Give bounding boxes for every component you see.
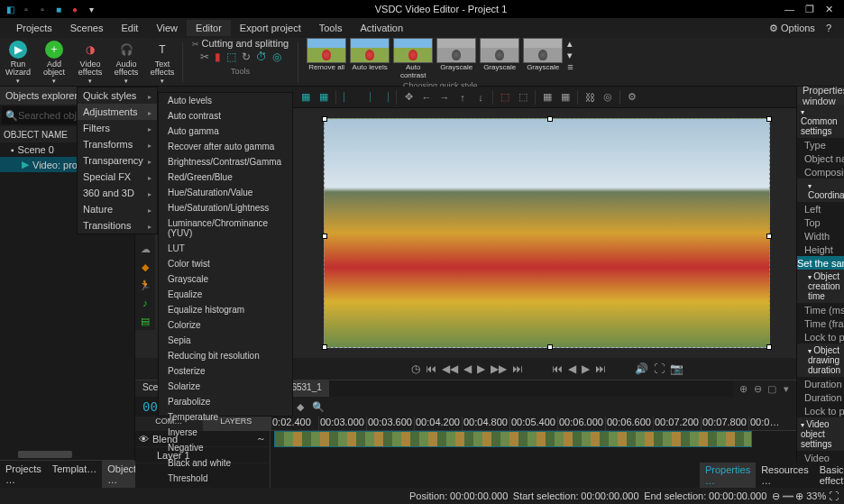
menu-export[interactable]: Export project [231,20,310,36]
tl-dup-icon[interactable]: ▢ [766,383,778,395]
video-clip[interactable] [274,431,752,447]
sm2-item[interactable]: LUT [159,241,292,256]
sm2-item[interactable]: Luminance/Chrominance (YUV) [159,215,292,241]
tb-grid-icon[interactable]: ▦ [539,89,555,105]
sm2-item[interactable]: Recover after auto gamma [159,139,292,154]
pb-skip-f-icon[interactable]: ⏭ [595,362,606,375]
sm2-item[interactable]: Solarize [159,379,292,394]
tb-arrow-r-icon[interactable]: → [436,89,453,105]
qs-auto-levels[interactable]: Auto levels [349,38,390,79]
sm2-item[interactable]: Reducing bit resolution [159,348,292,363]
tb-crop2-icon[interactable]: ⬚ [515,89,531,105]
sm2-item[interactable]: Threshold [159,471,292,486]
zoom-out-icon[interactable]: ⊖ [772,490,780,502]
sec-common[interactable]: Common settings [797,105,844,138]
options-button[interactable]: ⚙ Options [764,20,821,37]
fit-icon[interactable]: ⛶ [829,490,839,501]
sm-adjustments[interactable]: Adjustments [78,104,157,120]
tl-add-icon[interactable]: ⊕ [737,383,749,395]
qs-auto-contrast[interactable]: Auto contrast [392,38,434,79]
sec-coords[interactable]: Coordinates [797,179,844,202]
pb-back-icon[interactable]: ◀ [463,362,472,375]
tb-layer-icon[interactable]: ▦ [298,89,314,105]
vt-cloud-icon[interactable]: ☁ [138,243,152,258]
pb-prev-icon[interactable]: ◀◀ [442,362,458,375]
sm-transitions[interactable]: Transitions [78,217,157,234]
qs-grayscale-3[interactable]: Grayscale [522,38,564,79]
menu-projects[interactable]: Projects [7,20,61,36]
pb-play-icon[interactable]: ▶ [477,362,485,375]
sm2-item[interactable]: Color twist [159,256,292,271]
menu-editor[interactable]: Editor [187,20,231,36]
sm-360-3d[interactable]: 360 and 3D [78,185,157,201]
vt-audio-icon[interactable]: ♪ [138,298,152,312]
minimize-button[interactable]: — [784,4,794,15]
tb-target-icon[interactable]: ◎ [600,89,616,105]
sm2-item[interactable]: Auto gamma [159,124,292,139]
qs-grayscale-1[interactable]: Grayscale [436,38,477,79]
pb-next2-icon[interactable]: ▶ [582,362,590,375]
tb-gear-icon[interactable]: ⚙ [624,89,640,105]
sm2-item[interactable]: Temperature [159,409,292,425]
sm2-item[interactable]: Grayscale [159,271,292,287]
tool-rotate-icon[interactable]: ↻ [242,50,251,63]
tb-align-c-icon[interactable]: ⎹ [358,89,374,105]
menu-tools[interactable]: Tools [310,20,352,36]
sm2-item[interactable]: Black and white [159,455,292,471]
close-button[interactable]: ✕ [825,4,833,15]
tool-scissors-icon[interactable]: ✂ [200,50,209,63]
sm-transforms[interactable]: Transforms [78,136,157,152]
sm2-item[interactable]: Red/Green/Blue [159,170,292,185]
same-size-button[interactable]: Set the same size as the parent has [797,256,844,270]
tl-zoom-icon[interactable]: 🔍 [310,399,326,415]
sm2-item[interactable]: Inverse [159,425,292,440]
tab-projects[interactable]: Projects … [0,461,47,488]
maximize-button[interactable]: ❐ [805,4,814,15]
menu-activation[interactable]: Activation [351,20,412,36]
vt-chart-icon[interactable]: ▤ [138,316,152,330]
audio-effects-button[interactable]: 🎧Audio effects [108,38,144,87]
tl-key-icon[interactable]: ◆ [292,399,308,415]
add-object-button[interactable]: ＋Add object [36,38,72,87]
tl-del-icon[interactable]: ⊖ [751,383,764,395]
sm2-item[interactable]: Colorize [159,317,292,333]
sm2-item[interactable]: Hue/Saturation/Value [159,185,292,200]
sm2-item[interactable]: Equalize histogram [159,302,292,317]
pb-last-icon[interactable]: ⏭ [512,362,523,375]
h-scroll[interactable] [0,449,134,460]
sec-octime[interactable]: Object creation time [797,270,844,303]
tb-align-r-icon[interactable]: ⎹ [376,89,392,105]
sm2-item[interactable]: Brightness/Contrast/Gamma [159,154,292,170]
sm2-item[interactable]: Auto levels [159,93,292,108]
new-icon[interactable]: ▫ [20,3,32,15]
record-icon[interactable]: ● [69,3,81,15]
sm-quick-styles[interactable]: Quick styles [78,87,157,104]
sm2-item[interactable]: Posterize [159,363,292,379]
qs-more-icon[interactable]: ≡ [567,61,573,72]
video-effects-button[interactable]: ◑Video effects [72,38,108,87]
tb-move-icon[interactable]: ✥ [400,89,417,105]
rt-resources[interactable]: Resources … [756,463,814,488]
tool-speed-icon[interactable]: ⏱ [256,50,267,63]
eye-icon[interactable]: 👁 [139,434,149,444]
sm2-item[interactable]: Equalize [159,287,292,302]
tb-arrow-d-icon[interactable]: ↓ [472,89,489,105]
run-wizard-button[interactable]: ▶Run Wizard [0,38,36,87]
tb-arrow-l-icon[interactable]: ← [418,89,435,105]
rt-properties[interactable]: Properties … [700,463,756,488]
sm2-item[interactable]: Sepia [159,333,292,348]
sm2-item[interactable]: Negative [159,440,292,455]
tb-link-icon[interactable]: ⛓ [582,89,598,105]
qs-down-icon[interactable]: ▾ [567,50,573,61]
pb-full-icon[interactable]: ⛶ [654,362,665,375]
tab-templates[interactable]: Templat… [47,461,103,488]
sec-vidset[interactable]: Video object settings [797,417,844,451]
sm-nature[interactable]: Nature [78,201,157,217]
pb-fwd-icon[interactable]: ▶▶ [491,362,507,375]
vt-person-icon[interactable]: 🏃 [138,279,152,294]
sm2-item[interactable]: Hue/Saturation/Lightness [159,200,292,215]
sec-drawdur[interactable]: Object drawing duration [797,344,844,377]
tb-arrow-u-icon[interactable]: ↑ [454,89,471,105]
sm-special-fx[interactable]: Special FX [78,169,157,185]
tb-crop-icon[interactable]: ⬚ [497,89,513,105]
